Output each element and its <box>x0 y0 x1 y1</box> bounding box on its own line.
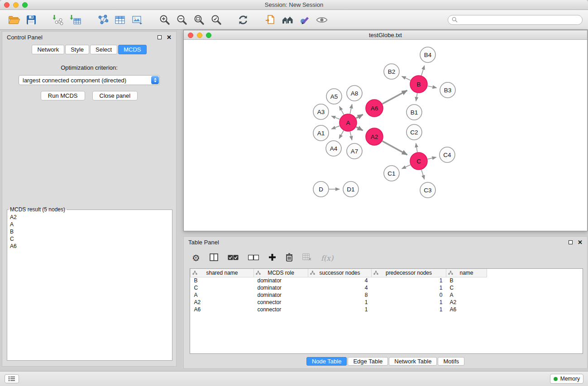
criterion-dropdown[interactable]: largest connected component (directed) <box>19 75 160 85</box>
table-row[interactable]: A2connector11A2 <box>191 299 487 306</box>
add-column-button[interactable] <box>268 253 276 263</box>
node-A7[interactable]: A7 <box>347 143 362 159</box>
zoom-out-button[interactable] <box>174 13 189 27</box>
zoom-in-button[interactable] <box>157 13 172 27</box>
node-A6[interactable]: A6 <box>366 100 383 117</box>
edge-A-A3[interactable] <box>331 116 339 119</box>
zoom-window-button[interactable] <box>22 2 28 8</box>
function-builder-button[interactable]: f(x) <box>321 254 333 262</box>
tab-network-table[interactable]: Network Table <box>389 357 437 366</box>
mcds-result-item[interactable]: B <box>7 228 172 235</box>
network-zoom-button[interactable] <box>206 33 211 38</box>
cell-shared-name[interactable]: A2 <box>191 299 254 306</box>
node-A1[interactable]: A1 <box>313 125 329 141</box>
tab-motifs[interactable]: Motifs <box>438 357 464 366</box>
delete-table-button[interactable] <box>302 253 311 262</box>
select-all-button[interactable] <box>228 254 239 262</box>
node-A8[interactable]: A8 <box>347 86 362 101</box>
search-input[interactable] <box>460 17 578 23</box>
tab-node-table[interactable]: Node Table <box>306 357 347 366</box>
node-C1[interactable]: C1 <box>384 166 399 181</box>
edge-A-A2[interactable] <box>356 127 363 130</box>
table-close-panel-button[interactable]: ✕ <box>578 239 583 245</box>
network-table-button[interactable] <box>112 13 128 27</box>
cell-shared-name[interactable]: C <box>191 284 254 291</box>
cell-mcds-role[interactable]: dominator <box>254 291 308 299</box>
new-network-button[interactable] <box>95 13 110 27</box>
column-header-predecessor-nodes[interactable]: predecessor nodes <box>372 269 446 277</box>
edge-A-A4[interactable] <box>339 130 344 138</box>
tab-edge-table[interactable]: Edge Table <box>348 357 388 366</box>
cell-mcds-role[interactable]: connector <box>254 299 308 306</box>
node-A5[interactable]: A5 <box>326 89 342 104</box>
network-minimize-button[interactable] <box>197 33 202 38</box>
column-header-mcds-role[interactable]: MCDS role <box>254 269 308 277</box>
home-button[interactable] <box>280 13 295 27</box>
edge-A-A1[interactable] <box>331 126 339 129</box>
edge-B-B1[interactable] <box>416 93 417 101</box>
cell-predecessor-nodes[interactable]: 1 <box>372 299 446 306</box>
node-C3[interactable]: C3 <box>420 182 435 198</box>
node-A2[interactable]: A2 <box>366 128 383 145</box>
node-C4[interactable]: C4 <box>440 147 455 162</box>
cell-name[interactable]: C <box>446 284 487 291</box>
node-C[interactable]: C <box>410 152 427 170</box>
tab-mcds[interactable]: MCDS <box>118 45 146 54</box>
table-row[interactable]: Adominator80A <box>191 291 487 299</box>
close-panel-button[interactable]: ✕ <box>167 34 172 40</box>
edge-B-B2[interactable] <box>402 76 411 81</box>
node-table-container[interactable]: shared nameMCDS rolesuccessor nodesprede… <box>190 268 583 354</box>
cell-shared-name[interactable]: A <box>191 291 254 299</box>
close-panel-button-mcds[interactable]: Close panel <box>92 91 138 100</box>
apply-layout-button[interactable] <box>235 13 251 27</box>
cell-predecessor-nodes[interactable]: 0 <box>372 291 446 299</box>
edge-A6-B[interactable] <box>382 91 407 104</box>
deselect-all-button[interactable] <box>248 254 259 262</box>
cell-successor-nodes[interactable]: 1 <box>308 306 372 313</box>
cell-name[interactable]: A <box>446 291 487 299</box>
cell-predecessor-nodes[interactable]: 1 <box>372 284 446 291</box>
table-float-panel-button[interactable] <box>569 240 573 244</box>
edge-B-B3[interactable] <box>428 86 437 88</box>
memory-button[interactable]: Memory <box>550 374 583 384</box>
node-B3[interactable]: B3 <box>440 82 455 98</box>
import-file-button[interactable] <box>263 13 278 27</box>
show-hide-button[interactable] <box>314 13 330 27</box>
edge-C-C1[interactable] <box>402 165 411 169</box>
save-session-button[interactable] <box>24 13 39 27</box>
show-columns-button[interactable] <box>210 253 218 263</box>
cell-mcds-role[interactable]: dominator <box>254 277 308 284</box>
tab-style[interactable]: Style <box>65 45 89 54</box>
edge-C-C2[interactable] <box>416 143 417 152</box>
column-header-name[interactable]: name <box>446 269 487 277</box>
node-D1[interactable]: D1 <box>343 181 359 197</box>
network-window-titlebar[interactable]: testGlobe.txt <box>184 30 587 40</box>
network-canvas-area[interactable]: B4B2BB3A8A5A6A3B1AC2A1A2A4A7C4CC1DD1C3 <box>184 40 587 231</box>
cell-predecessor-nodes[interactable]: 1 <box>372 277 446 284</box>
edge-C-C3[interactable] <box>421 170 425 179</box>
edge-A2-C[interactable] <box>382 141 407 155</box>
export-image-button[interactable] <box>129 13 145 27</box>
cell-name[interactable]: B <box>446 277 487 284</box>
table-row[interactable]: A6connector11A6 <box>191 306 487 313</box>
zoom-selected-button[interactable] <box>208 13 224 27</box>
cell-successor-nodes[interactable]: 4 <box>308 277 372 284</box>
node-A4[interactable]: A4 <box>326 141 341 156</box>
edge-B-B4[interactable] <box>421 66 425 76</box>
cell-successor-nodes[interactable]: 8 <box>308 291 372 299</box>
node-B1[interactable]: B1 <box>406 105 422 120</box>
mcds-result-item[interactable]: A <box>7 221 172 228</box>
cell-successor-nodes[interactable]: 4 <box>308 284 372 291</box>
mcds-result-item[interactable]: C <box>7 235 172 243</box>
table-row[interactable]: Cdominator41C <box>191 284 487 291</box>
node-A3[interactable]: A3 <box>313 104 329 119</box>
node-B2[interactable]: B2 <box>384 64 399 79</box>
column-header-shared-name[interactable]: shared name <box>191 269 254 277</box>
edge-C-C4[interactable] <box>428 157 436 159</box>
task-history-button[interactable] <box>5 374 19 383</box>
import-table-button[interactable] <box>68 13 83 27</box>
column-header-successor-nodes[interactable]: successor nodes <box>308 269 372 277</box>
minimize-window-button[interactable] <box>13 2 19 8</box>
tab-network[interactable]: Network <box>32 45 64 54</box>
node-C2[interactable]: C2 <box>406 124 422 140</box>
